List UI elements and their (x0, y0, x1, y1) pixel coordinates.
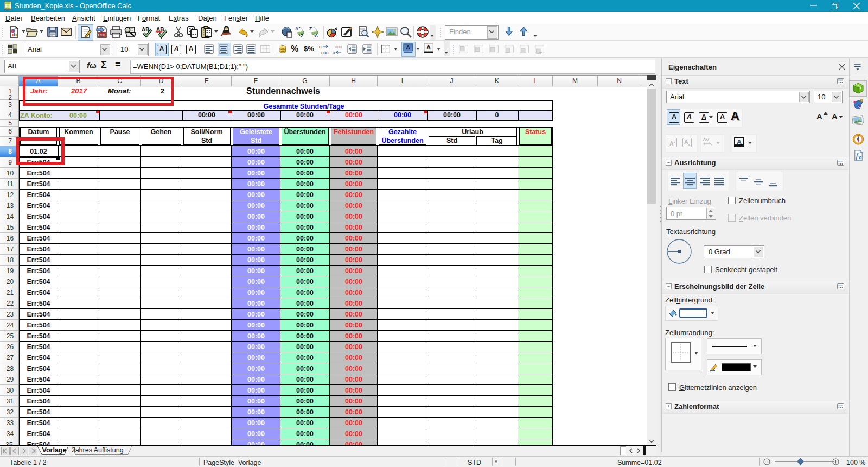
svg-text:AB: AB (142, 27, 149, 33)
svg-text:AB: AB (156, 27, 164, 33)
svg-text:0: 0 (333, 51, 335, 55)
svg-text:N: N (857, 134, 859, 137)
svg-text:Z: Z (309, 26, 312, 31)
svg-text:x: x (859, 155, 861, 160)
svg-text:A: A (295, 26, 298, 31)
svg-text:.000: .000 (334, 45, 342, 49)
svg-text:Z: Z (301, 33, 303, 39)
svg-text:A: A (426, 44, 431, 51)
svg-text:A: A (315, 33, 318, 39)
svg-text:A: A (406, 45, 410, 51)
svg-text:0: 0 (319, 45, 322, 49)
svg-text:.000: .000 (320, 51, 329, 55)
svg-text:PDF: PDF (98, 33, 106, 37)
